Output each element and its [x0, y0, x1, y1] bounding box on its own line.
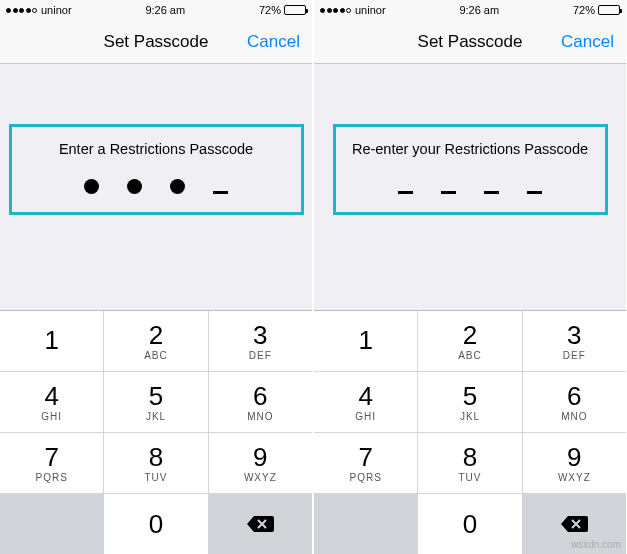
- passcode-dots: [16, 179, 297, 194]
- keypad-key-8[interactable]: 8TUV: [418, 433, 521, 493]
- backspace-icon: [246, 514, 274, 534]
- battery-icon: [598, 5, 620, 15]
- keypad-key-9[interactable]: 9WXYZ: [523, 433, 626, 493]
- keypad-key-8[interactable]: 8TUV: [104, 433, 207, 493]
- phone-screen-right: uninor 9:26 am 72% Set Passcode Cancel R…: [314, 0, 626, 554]
- passcode-prompt-label: Enter a Restrictions Passcode: [16, 141, 297, 157]
- battery-percent-label: 72%: [573, 4, 595, 16]
- keypad-key-2[interactable]: 2ABC: [104, 311, 207, 371]
- number-keypad: 1 2ABC 3DEF 4GHI 5JKL 6MNO 7PQRS 8TUV 9W…: [314, 310, 626, 554]
- keypad-key-6[interactable]: 6MNO: [523, 372, 626, 432]
- keypad-key-6[interactable]: 6MNO: [209, 372, 312, 432]
- pin-dot-empty: [398, 191, 413, 194]
- page-title: Set Passcode: [104, 32, 209, 52]
- battery-icon: [284, 5, 306, 15]
- number-keypad: 1 2ABC 3DEF 4GHI 5JKL 6MNO 7PQRS 8TUV 9W…: [0, 310, 312, 554]
- backspace-icon: [560, 514, 588, 534]
- carrier-label: uninor: [41, 4, 72, 16]
- clock-label: 9:26 am: [145, 4, 185, 16]
- keypad-blank: [0, 494, 103, 554]
- passcode-prompt-box: Enter a Restrictions Passcode: [9, 124, 304, 215]
- keypad-key-2[interactable]: 2ABC: [418, 311, 521, 371]
- passcode-prompt-label: Re-enter your Restrictions Passcode: [346, 141, 595, 157]
- battery-percent-label: 72%: [259, 4, 281, 16]
- signal-dots-icon: [320, 8, 351, 13]
- keypad-key-1[interactable]: 1: [0, 311, 103, 371]
- pin-dot-filled: [127, 179, 142, 194]
- phone-screen-left: uninor 9:26 am 72% Set Passcode Cancel E…: [0, 0, 312, 554]
- keypad-key-1[interactable]: 1: [314, 311, 417, 371]
- signal-dots-icon: [6, 8, 37, 13]
- keypad-key-5[interactable]: 5JKL: [418, 372, 521, 432]
- passcode-prompt-box: Re-enter your Restrictions Passcode: [333, 124, 608, 215]
- pin-dot-filled: [84, 179, 99, 194]
- keypad-key-9[interactable]: 9WXYZ: [209, 433, 312, 493]
- status-bar: uninor 9:26 am 72%: [314, 0, 626, 20]
- page-title: Set Passcode: [418, 32, 523, 52]
- pin-dot-empty: [484, 191, 499, 194]
- clock-label: 9:26 am: [459, 4, 499, 16]
- keypad-key-5[interactable]: 5JKL: [104, 372, 207, 432]
- watermark-label: wsxdn.com: [571, 539, 621, 550]
- carrier-label: uninor: [355, 4, 386, 16]
- keypad-key-4[interactable]: 4GHI: [0, 372, 103, 432]
- keypad-blank: [314, 494, 417, 554]
- keypad-key-3[interactable]: 3DEF: [523, 311, 626, 371]
- pin-dot-empty: [441, 191, 456, 194]
- keypad-backspace-button[interactable]: [209, 494, 312, 554]
- keypad-key-7[interactable]: 7PQRS: [314, 433, 417, 493]
- pin-dot-empty: [527, 191, 542, 194]
- keypad-key-7[interactable]: 7PQRS: [0, 433, 103, 493]
- keypad-key-4[interactable]: 4GHI: [314, 372, 417, 432]
- pin-dot-empty: [213, 191, 228, 194]
- pin-dot-filled: [170, 179, 185, 194]
- status-bar: uninor 9:26 am 72%: [0, 0, 312, 20]
- passcode-dots: [346, 179, 595, 194]
- nav-bar: Set Passcode Cancel: [0, 20, 312, 64]
- keypad-key-3[interactable]: 3DEF: [209, 311, 312, 371]
- cancel-button[interactable]: Cancel: [561, 32, 614, 52]
- cancel-button[interactable]: Cancel: [247, 32, 300, 52]
- keypad-key-0[interactable]: 0: [104, 494, 207, 554]
- nav-bar: Set Passcode Cancel: [314, 20, 626, 64]
- keypad-key-0[interactable]: 0: [418, 494, 521, 554]
